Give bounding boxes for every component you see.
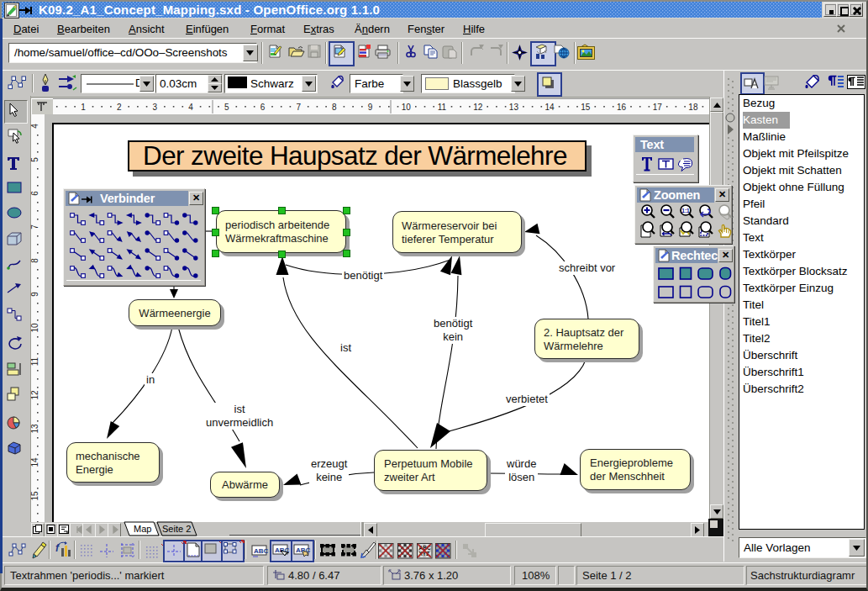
svg-text:Map: Map [134, 524, 151, 534]
svg-text:ABC: ABC [254, 547, 269, 555]
svg-text:Seite 2: Seite 2 [162, 524, 191, 534]
svg-text:1:1: 1:1 [681, 208, 690, 214]
